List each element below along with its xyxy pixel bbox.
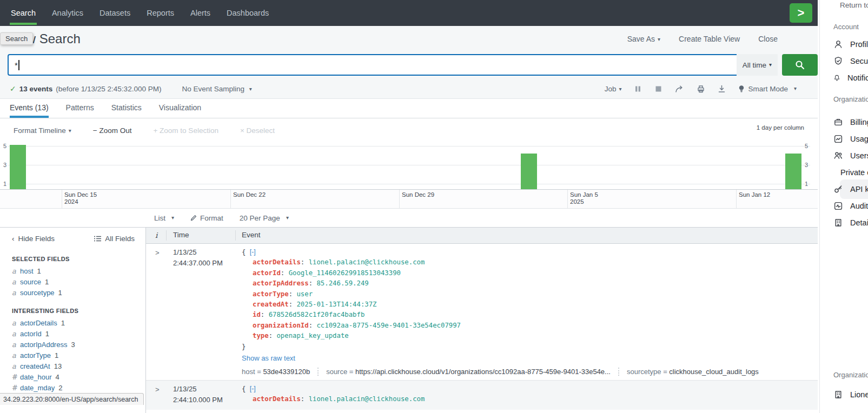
field-date_mday[interactable]: #date_mday2 <box>0 382 145 393</box>
cloud-item-users[interactable]: Users <box>833 148 868 163</box>
cloud-item-details[interactable]: Details <box>833 215 868 230</box>
nav-item-dashboards[interactable]: Dashboards <box>226 0 284 26</box>
search-input[interactable]: * <box>8 54 739 76</box>
tab-events[interactable]: Events (13) <box>10 99 49 118</box>
field-host[interactable]: ahost1 <box>0 265 145 276</box>
field-actorDetails[interactable]: aactorDetails1 <box>0 317 145 328</box>
search-mode-selector[interactable]: Smart Mode <box>738 85 797 93</box>
meta-host[interactable]: host = 53de4339120b <box>242 368 310 376</box>
nav-item-analytics[interactable]: Analytics <box>51 0 98 26</box>
users-icon <box>833 151 843 161</box>
results-toolbar: ListFormat20 Per Page <box>154 211 289 225</box>
timeline-bar[interactable] <box>10 145 26 190</box>
job-done-check-icon: ✓ <box>10 84 16 93</box>
print-icon[interactable] <box>697 85 705 93</box>
details-icon <box>833 218 843 228</box>
search-button[interactable] <box>782 54 818 76</box>
pause-icon[interactable] <box>634 85 642 93</box>
nav-item-alerts[interactable]: Alerts <box>189 0 226 26</box>
api-keys-icon <box>833 184 843 194</box>
timeline-control-zoom-out[interactable]: − Zoom Out <box>93 126 132 135</box>
cloud-item-usage[interactable]: Usage <box>833 131 868 146</box>
cloud-settings-sidebar: Return to AccountProfileSecurityNotifica… <box>819 0 868 413</box>
json-field-line: id: 678526d582c1f20fac4babfb <box>242 310 818 320</box>
json-collapse-link[interactable]: [-] <box>250 385 256 392</box>
stop-icon[interactable] <box>654 85 662 93</box>
cloud-item-billing[interactable]: Billing <box>833 115 868 130</box>
x-axis-tick-label: Sun Dec 29 <box>402 191 434 198</box>
tab-visualization[interactable]: Visualization <box>159 99 201 118</box>
create-table-view-button[interactable]: Create Table View <box>679 35 740 43</box>
field-source[interactable]: asource1 <box>0 276 145 287</box>
event-body: { [-]actorDetails: lionel.palacin@clickh… <box>242 384 818 405</box>
cloud-item-api-keys[interactable]: API keys <box>833 182 868 197</box>
tab-patterns[interactable]: Patterns <box>66 99 94 118</box>
json-key: createdAt <box>253 301 289 308</box>
field-count: 3 <box>71 341 75 349</box>
toolbar-20-per-page[interactable]: 20 Per Page <box>240 214 289 222</box>
show-raw-text-link[interactable]: Show as raw text <box>242 354 295 362</box>
timeline-bar[interactable] <box>521 154 537 189</box>
time-range-label: All time <box>743 61 766 69</box>
timeline-bar[interactable] <box>785 154 801 189</box>
json-value: 2025-01-13T14:44:37Z <box>296 301 376 308</box>
column-divider <box>235 230 236 241</box>
nav-item-reports[interactable]: Reports <box>145 0 189 26</box>
toolbar-format[interactable]: Format <box>190 214 223 222</box>
column-header-time: Time <box>173 231 189 239</box>
meta-source[interactable]: source = https://api.clickhouse.cloud/v1… <box>317 368 611 376</box>
cloud-item-audit[interactable]: Audit <box>833 198 868 214</box>
json-field-line: actorDetails: lionel.palacin@clickhouse.… <box>242 394 818 404</box>
tab-statistics[interactable]: Statistics <box>111 99 142 118</box>
selected-fields-header: SELECTED FIELDS <box>0 256 145 262</box>
timeline-x-axis: Sun Dec 152024Sun Dec 22Sun Dec 29Sun Ja… <box>0 189 818 209</box>
results-tabs: Events (13)PatternsStatisticsVisualizati… <box>0 99 818 118</box>
job-status-row: ✓ 13 events (before 1/13/25 2:45:32.000 … <box>0 80 818 97</box>
toolbar-list[interactable]: List <box>154 214 174 222</box>
app-navigation-bar: SearchAnalyticsDatasetsReportsAlertsDash… <box>0 0 818 26</box>
timeline-control-zoom-to-selection: + Zoom to Selection <box>153 126 218 135</box>
timeline-control-format-timeline[interactable]: Format Timeline <box>14 126 71 135</box>
field-createdAt[interactable]: acreatedAt13 <box>0 361 145 371</box>
interesting-fields-list: aactorDetails1aactorId1aactorIpAddress3a… <box>0 317 145 404</box>
profile-icon <box>833 39 843 49</box>
field-name: host <box>20 267 34 275</box>
cloud-item-private-endpoints[interactable]: Private endpoints <box>833 165 868 180</box>
close-button[interactable]: Close <box>758 35 778 43</box>
cloud-item-profile[interactable]: Profile <box>833 37 868 52</box>
job-menu[interactable]: Job <box>605 85 622 93</box>
event-expand-chevron[interactable]: > <box>146 247 173 376</box>
splunk-logo[interactable]: > <box>790 3 812 23</box>
x-axis-tick-label: Sun Dec 22 <box>233 191 266 198</box>
search-mode-label: Smart Mode <box>748 85 788 93</box>
all-fields-link[interactable]: All Fields <box>94 235 135 243</box>
nav-item-datasets[interactable]: Datasets <box>98 0 145 26</box>
event-sampling-menu[interactable]: No Event Sampling <box>182 85 251 93</box>
nav-item-search[interactable]: Search <box>10 0 51 26</box>
nav-items: SearchAnalyticsDatasetsReportsAlertsDash… <box>10 0 284 26</box>
export-icon[interactable] <box>718 85 726 93</box>
field-actorId[interactable]: aactorId1 <box>0 328 145 339</box>
json-collapse-link[interactable]: [-] <box>250 248 256 256</box>
event-time: 1/13/252:44:10.000 PM <box>173 384 242 405</box>
time-range-picker[interactable]: All time <box>737 54 778 76</box>
field-date_hour[interactable]: #date_hour4 <box>0 371 145 382</box>
share-icon[interactable] <box>675 85 684 93</box>
splunk-window: SearchAnalyticsDatasetsReportsAlertsDash… <box>0 0 818 413</box>
field-sourcetype[interactable]: asourcetype1 <box>0 287 145 298</box>
json-field-line: type: openapi_key_update <box>242 331 818 341</box>
meta-sourcetype[interactable]: sourcetype = clickhouse_cloud_audit_logs <box>618 368 759 376</box>
cloud-item-notifications[interactable]: Notifications <box>833 70 868 85</box>
cloud-item-security[interactable]: Security <box>833 54 868 69</box>
field-name: actorId <box>20 330 42 338</box>
field-actorType[interactable]: aactorType1 <box>0 350 145 361</box>
json-key: actorDetails <box>253 395 301 403</box>
cloud-item-lionel[interactable]: Lionel <box>833 387 868 402</box>
return-to-link[interactable]: Return to <box>840 1 868 9</box>
events-timeline-chart[interactable]: 553311 <box>0 139 818 189</box>
field-actorIpAddress[interactable]: aactorIpAddress3 <box>0 339 145 350</box>
event-expand-chevron[interactable]: > <box>146 384 173 405</box>
field-count: 1 <box>58 289 62 297</box>
hide-fields-link[interactable]: Hide Fields <box>12 235 55 243</box>
save-as-button[interactable]: Save As <box>627 35 660 43</box>
